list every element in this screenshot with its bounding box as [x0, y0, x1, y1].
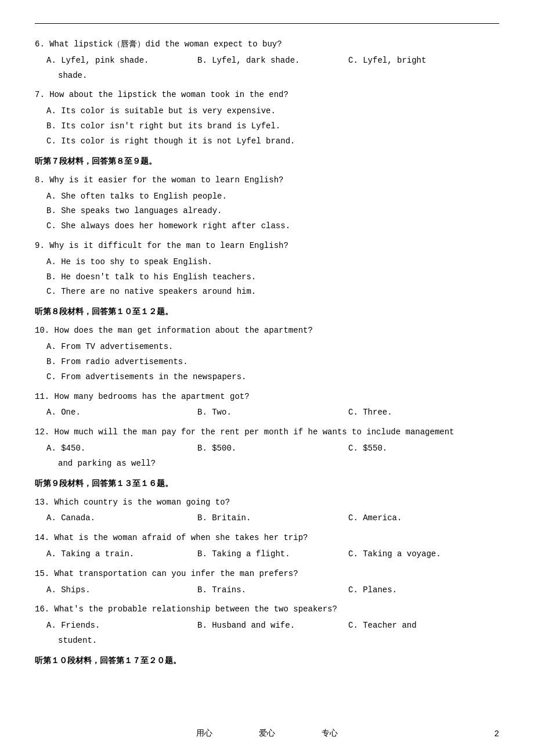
option-q13-2: C. America.	[348, 512, 499, 525]
question-text-q8: 8. Why is it easier for the woman to lea…	[35, 174, 499, 188]
option-q8-1: B. She speaks two languages already.	[46, 204, 499, 218]
page-container: 6. What lipstick（唇膏）did the woman expect…	[0, 0, 534, 756]
option-q6-2: C. Lyfel, bright	[348, 54, 499, 68]
option-q10-0: A. From TV advertisements.	[46, 340, 499, 354]
section-header-section9: 听第９段材料，回答第１３至１６题。	[35, 477, 499, 491]
question-text-q7: 7. How about the lipstick the woman took…	[35, 88, 499, 102]
section-header-section7: 听第７段材料，回答第８至９题。	[35, 154, 499, 169]
footer-item-2: 爱心	[259, 728, 275, 739]
option-q16-2: C. Teacher and	[348, 619, 499, 633]
question-text-q16: 16. What's the probable relationship bet…	[35, 603, 499, 617]
section-header-section10: 听第１０段材料，回答第１７至２０题。	[35, 654, 499, 668]
option-q14-1: B. Taking a flight.	[197, 548, 348, 561]
question-text-q10: 10. How does the man get information abo…	[35, 324, 499, 338]
question-text-q11: 11. How many bedrooms has the apartment …	[35, 390, 499, 404]
option-q13-0: A. Canada.	[46, 512, 197, 525]
inline-options-q11: A. One.B. Two.C. Three.	[46, 406, 499, 420]
option-q12-1: B. $500.	[197, 442, 348, 456]
question-text-q13: 13. Which country is the woman going to?	[35, 496, 499, 510]
option-q13-1: B. Britain.	[197, 512, 348, 525]
question-text-q6: 6. What lipstick（唇膏）did the woman expect…	[35, 38, 499, 52]
option-q7-1: B. Its color isn't right but its brand i…	[46, 120, 499, 134]
question-text-q14: 14. What is the woman afraid of when she…	[35, 531, 499, 545]
continuation-q16: student.	[58, 634, 499, 648]
footer-item-1: 用心	[196, 728, 212, 739]
inline-options-q13: A. Canada.B. Britain.C. America.	[46, 512, 499, 525]
option-q10-1: B. From radio advertisements.	[46, 355, 499, 369]
question-block-q13: 13. Which country is the woman going to?…	[35, 496, 499, 526]
option-q8-2: C. She always does her homework right af…	[46, 219, 499, 233]
inline-options-q16: A. Friends.B. Husband and wife.C. Teache…	[46, 619, 499, 633]
continuation-q6: shade.	[58, 69, 499, 83]
option-q11-1: B. Two.	[197, 406, 348, 420]
option-q7-2: C. Its color is right though it is not L…	[46, 135, 499, 149]
question-text-q9: 9. Why is it difficult for the man to le…	[35, 239, 499, 253]
option-q9-1: B. He doesn't talk to his English teache…	[46, 271, 499, 285]
question-text-q15: 15. What transportation can you infer th…	[35, 567, 499, 581]
option-q14-0: A. Taking a train.	[46, 548, 197, 561]
option-q16-1: B. Husband and wife.	[197, 619, 348, 633]
option-q10-2: C. From advertisements in the newspapers…	[46, 370, 499, 384]
option-q15-0: A. Ships.	[46, 584, 197, 597]
option-q15-2: C. Planes.	[348, 584, 499, 597]
inline-options-q15: A. Ships.B. Trains.C. Planes.	[46, 584, 499, 597]
question-block-q7: 7. How about the lipstick the woman took…	[35, 88, 499, 148]
option-q6-1: B. Lyfel, dark shade.	[197, 54, 348, 68]
section-header-section8: 听第８段材料，回答第１０至１２题。	[35, 305, 499, 319]
continuation-q12: and parking as well?	[58, 457, 499, 471]
question-block-q6: 6. What lipstick（唇膏）did the woman expect…	[35, 38, 499, 82]
option-q8-0: A. She often talks to English people.	[46, 190, 499, 204]
inline-options-q14: A. Taking a train.B. Taking a flight.C. …	[46, 548, 499, 561]
option-q6-0: A. Lyfel, pink shade.	[46, 54, 197, 68]
footer: 用心 爱心 专心	[0, 728, 534, 739]
page-number: 2	[495, 729, 499, 739]
option-q9-0: A. He is too shy to speak English.	[46, 255, 499, 269]
question-block-q16: 16. What's the probable relationship bet…	[35, 603, 499, 647]
question-block-q11: 11. How many bedrooms has the apartment …	[35, 390, 499, 420]
question-block-q8: 8. Why is it easier for the woman to lea…	[35, 174, 499, 233]
option-q14-2: C. Taking a voyage.	[348, 548, 499, 561]
question-block-q12: 12. How much will the man pay for the re…	[35, 426, 499, 470]
question-block-q15: 15. What transportation can you infer th…	[35, 567, 499, 597]
question-block-q14: 14. What is the woman afraid of when she…	[35, 531, 499, 561]
option-q9-2: C. There are no native speakers around h…	[46, 285, 499, 299]
question-block-q9: 9. Why is it difficult for the man to le…	[35, 239, 499, 299]
questions-container: 6. What lipstick（唇膏）did the woman expect…	[35, 38, 499, 668]
option-q12-0: A. $450.	[46, 442, 197, 456]
option-q12-2: C. $550.	[348, 442, 499, 456]
option-q11-2: C. Three.	[348, 406, 499, 420]
option-q7-0: A. Its color is suitable but is very exp…	[46, 105, 499, 118]
top-divider	[35, 23, 499, 24]
question-text-q12: 12. How much will the man pay for the re…	[35, 426, 499, 440]
inline-options-q6: A. Lyfel, pink shade.B. Lyfel, dark shad…	[46, 54, 499, 68]
question-block-q10: 10. How does the man get information abo…	[35, 324, 499, 384]
option-q15-1: B. Trains.	[197, 584, 348, 597]
option-q11-0: A. One.	[46, 406, 197, 420]
inline-options-q12: A. $450.B. $500.C. $550.	[46, 442, 499, 456]
option-q16-0: A. Friends.	[46, 619, 197, 633]
footer-item-3: 专心	[322, 728, 338, 739]
